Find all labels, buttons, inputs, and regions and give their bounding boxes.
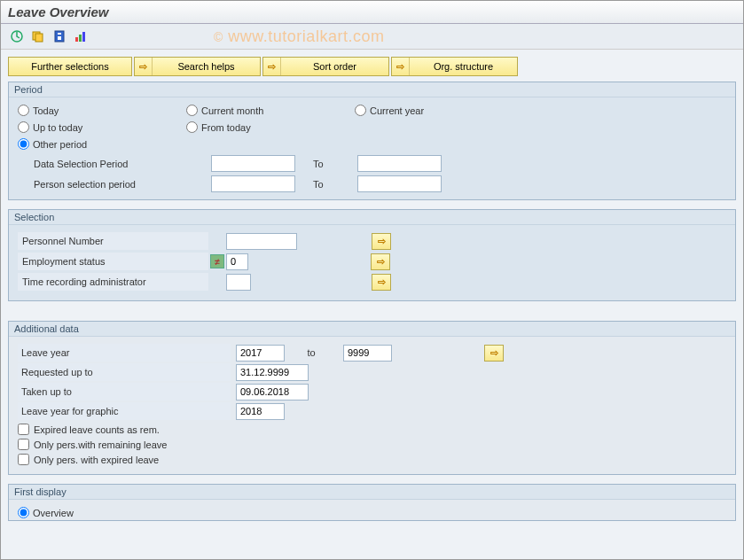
requested-label: Requested up to	[18, 363, 231, 381]
period-group: Period Today Current month Current year …	[8, 82, 736, 200]
selection-group: Selection Personnel Number ⇨ Employment …	[8, 209, 736, 301]
radio-current-month[interactable]: Current month	[186, 105, 346, 116]
pernr-label: Personnel Number	[18, 232, 208, 250]
pernr-field[interactable]	[226, 233, 297, 250]
taken-label: Taken up to	[18, 383, 231, 401]
execute-icon[interactable]	[8, 27, 26, 45]
leave-year-from-field[interactable]	[236, 345, 285, 362]
svg-rect-6	[75, 37, 78, 42]
info-icon[interactable]	[51, 27, 68, 45]
svg-rect-4	[58, 33, 61, 35]
watermark: © © www.tutorialkart.comwww.tutorialkart…	[214, 27, 384, 46]
time-admin-field[interactable]	[226, 274, 251, 291]
time-admin-multi-button[interactable]: ⇨	[372, 274, 391, 291]
radio-overview[interactable]: Overview	[18, 507, 726, 518]
requested-field[interactable]	[236, 364, 309, 381]
graphic-year-field[interactable]	[236, 403, 285, 420]
page-title: Leave Overview	[8, 4, 736, 19]
radio-from-today[interactable]: From today	[186, 121, 346, 133]
time-admin-label: Time recording administrator	[18, 273, 208, 291]
first-display-group: First display Overview	[8, 484, 736, 521]
emp-status-field[interactable]	[226, 253, 248, 270]
org-structure-button[interactable]: ⇨Org. structure	[391, 57, 518, 76]
svg-rect-7	[79, 35, 82, 42]
leave-year-label: Leave year	[18, 344, 231, 362]
data-selection-label: Data Selection Period	[34, 159, 211, 169]
person-selection-label: Person selection period	[34, 179, 211, 190]
further-selections-button[interactable]: Further selections	[8, 57, 132, 76]
data-selection-to-field[interactable]	[357, 155, 442, 172]
sort-order-button[interactable]: ⇨Sort order	[262, 57, 389, 76]
radio-other-period[interactable]: Other period	[18, 138, 177, 150]
leave-year-to-field[interactable]	[343, 345, 392, 362]
svg-rect-5	[58, 36, 61, 40]
arrow-right-icon: ⇨	[392, 58, 410, 75]
graphic-year-label: Leave year for graphic	[18, 402, 231, 420]
selection-button-row: Further selections ⇨Search helps ⇨Sort o…	[8, 57, 736, 76]
chk-remaining[interactable]: Only pers.with remaining leave	[18, 437, 726, 452]
additional-data-group: Additional data Leave year to ⇨ Requeste…	[8, 321, 736, 475]
taken-field[interactable]	[236, 384, 309, 401]
person-selection-from-field[interactable]	[211, 175, 295, 192]
selection-title: Selection	[9, 210, 735, 225]
to-label: to	[285, 347, 338, 358]
svg-rect-8	[82, 32, 85, 42]
first-display-title: First display	[9, 485, 735, 500]
title-bar: Leave Overview	[1, 1, 743, 24]
chk-expired-rem[interactable]: Expired leave counts as rem.	[18, 422, 726, 437]
pernr-multi-button[interactable]: ⇨	[372, 233, 391, 250]
emp-status-label: Employment status	[18, 253, 208, 270]
arrow-right-icon: ⇨	[263, 58, 281, 75]
chart-icon[interactable]	[72, 27, 90, 45]
search-helps-button[interactable]: ⇨Search helps	[134, 57, 261, 76]
chk-expired[interactable]: Only pers. with expired leave	[18, 452, 726, 467]
variant-icon[interactable]	[29, 27, 47, 45]
period-title: Period	[9, 82, 735, 97]
arrow-right-icon: ⇨	[135, 58, 153, 75]
radio-today[interactable]: Today	[18, 105, 177, 116]
radio-current-year[interactable]: Current year	[355, 105, 514, 116]
leave-year-multi-button[interactable]: ⇨	[484, 345, 504, 362]
svg-rect-2	[35, 34, 43, 42]
person-selection-to-field[interactable]	[357, 175, 442, 192]
data-selection-from-field[interactable]	[211, 155, 295, 172]
radio-up-to-today[interactable]: Up to today	[18, 121, 177, 133]
additional-title: Additional data	[9, 322, 735, 337]
emp-status-multi-button[interactable]: ⇨	[371, 253, 390, 270]
not-equal-icon[interactable]: ≠	[210, 254, 224, 268]
